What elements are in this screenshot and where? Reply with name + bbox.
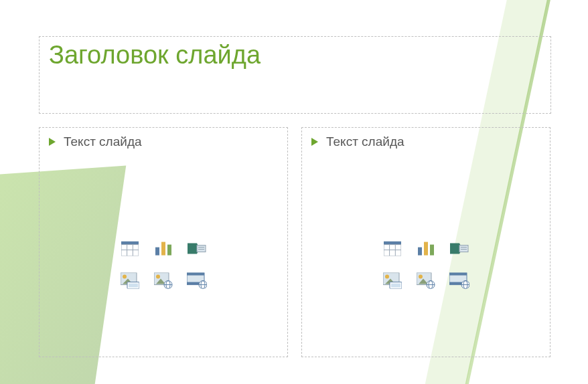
svg-rect-34 [418, 248, 422, 256]
svg-rect-9 [197, 246, 206, 252]
svg-rect-16 [129, 284, 138, 288]
svg-point-18 [156, 275, 160, 279]
svg-rect-53 [449, 273, 467, 276]
insert-chart-icon[interactable] [414, 237, 438, 261]
svg-rect-6 [161, 242, 165, 256]
svg-rect-35 [424, 242, 428, 256]
svg-point-13 [123, 275, 127, 279]
svg-rect-38 [459, 246, 468, 252]
svg-rect-0 [121, 242, 139, 245]
content-right-bullet-text[interactable]: Текст слайда [326, 134, 405, 149]
insert-table-icon[interactable] [118, 237, 142, 261]
svg-rect-29 [384, 242, 401, 245]
insert-picture-icon[interactable] [118, 269, 142, 293]
insert-online-video-icon[interactable] [447, 269, 471, 293]
bullet-arrow-icon [311, 138, 318, 146]
svg-rect-5 [155, 248, 159, 256]
svg-rect-24 [187, 273, 204, 276]
svg-rect-7 [167, 245, 171, 256]
svg-rect-36 [430, 245, 434, 256]
insert-chart-icon[interactable] [151, 237, 175, 261]
bullet-arrow-icon [49, 138, 56, 146]
insert-smartart-icon[interactable] [185, 237, 209, 261]
insert-picture-icon[interactable] [380, 269, 405, 293]
svg-point-47 [419, 275, 423, 279]
insert-table-icon[interactable] [380, 237, 405, 261]
content-placeholder-right[interactable]: Текст слайда [301, 127, 550, 357]
svg-rect-45 [391, 284, 400, 288]
content-left-bullet-text[interactable]: Текст слайда [64, 134, 142, 149]
insert-online-video-icon[interactable] [185, 269, 209, 293]
insert-icon-grid-right [380, 237, 471, 293]
title-placeholder[interactable]: Заголовок слайда [39, 36, 551, 114]
bullet-row: Текст слайда [49, 134, 278, 149]
insert-online-picture-icon[interactable] [414, 269, 438, 293]
content-placeholder-left[interactable]: Текст слайда [39, 127, 288, 357]
insert-smartart-icon[interactable] [447, 237, 471, 261]
insert-icon-grid-left [118, 237, 209, 293]
svg-point-42 [385, 275, 389, 279]
bullet-row: Текст слайда [311, 134, 540, 149]
title-placeholder-text[interactable]: Заголовок слайда [49, 42, 541, 69]
insert-online-picture-icon[interactable] [151, 269, 175, 293]
